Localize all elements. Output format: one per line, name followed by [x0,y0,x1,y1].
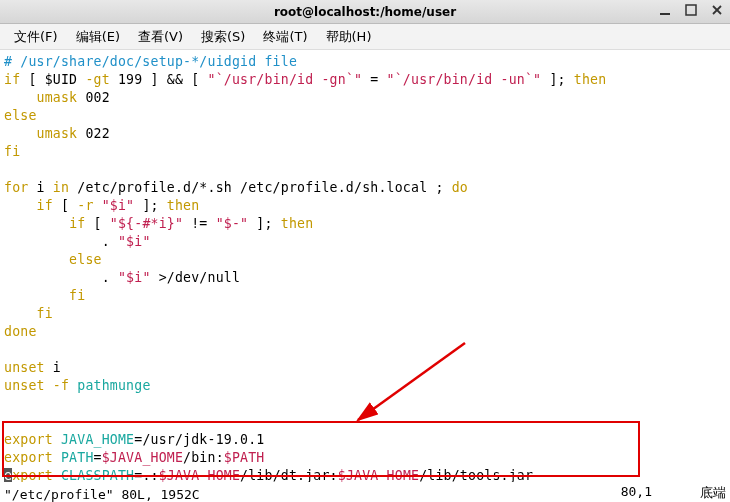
minimize-button[interactable] [658,3,672,17]
window-title: root@localhost:/home/user [274,5,456,19]
svg-rect-0 [660,13,670,15]
menu-file[interactable]: 文件(F) [6,26,66,48]
code-line: # /usr/share/doc/setup-*/uidgid file [4,54,297,69]
maximize-button[interactable] [684,3,698,17]
menu-edit[interactable]: 编辑(E) [68,26,128,48]
svg-rect-1 [686,5,696,15]
menu-view[interactable]: 查看(V) [130,26,191,48]
menubar: 文件(F) 编辑(E) 查看(V) 搜索(S) 终端(T) 帮助(H) [0,24,730,50]
menu-terminal[interactable]: 终端(T) [255,26,315,48]
status-relative-pos: 底端 [700,484,726,502]
text-cursor: e [4,468,12,483]
status-cursor-pos: 80,1 [621,484,652,502]
window-titlebar: root@localhost:/home/user [0,0,730,24]
menu-help[interactable]: 帮助(H) [318,26,380,48]
status-file: "/etc/profile" 80L, 1952C [4,487,200,502]
menu-search[interactable]: 搜索(S) [193,26,253,48]
window-controls [658,3,724,17]
close-button[interactable] [710,3,724,17]
vim-statusbar: "/etc/profile" 80L, 1952C 80,1 底端 [0,482,730,502]
editor-content[interactable]: # /usr/share/doc/setup-*/uidgid file if … [0,50,730,485]
